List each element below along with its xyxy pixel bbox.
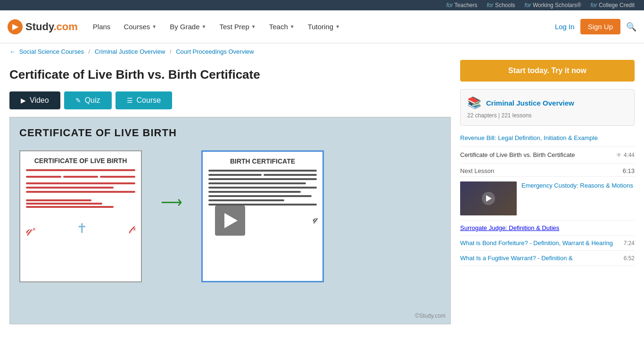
fugitive-link[interactable]: What Is a Fugitive Warrant? - Definition… [460,255,573,262]
fugitive-duration: 6:52 [624,255,635,262]
breadcrumb: ← Social Science Courses / Criminal Just… [0,43,644,60]
bygrade-chevron-icon: ▼ [202,24,206,29]
doc-sig-right: 𝓉ˣ [128,223,135,236]
birth-cert-header: BIRTH CERTIFICATE [208,157,317,165]
video-title-overlay: CERTIFICATE OF LIVE BIRTH [19,127,177,139]
nav-tutoring-label: Tutoring [308,23,333,31]
lesson-link-revenue[interactable]: Revenue Bill: Legal Definition, Initiati… [460,134,598,141]
breadcrumb-court-proceedings[interactable]: Court Proceedings Overview [176,48,254,55]
main-container: Certificate of Live Birth vs. Birth Cert… [0,60,644,334]
lesson-duration-value: 4:44 [624,152,635,158]
bc-line-7 [208,195,312,197]
course-box: 📚 Criminal Justice Overview 22 chapters … [460,89,635,126]
sidebar-lesson-surrogate: Surrogate Judge: Definition & Duties [460,221,635,236]
doc-sig-left: 𝓆ˣ [26,223,35,236]
doc-line-5 [26,191,135,193]
credit-label: College Credit [599,2,635,8]
quiz-tab[interactable]: ✎ Quiz [64,91,112,109]
doc-sig-area [26,199,135,208]
nav-courses[interactable]: Courses ▼ [118,19,162,34]
play-button[interactable] [215,206,245,236]
bc-sig: 𝓆 [313,213,317,224]
doc-line-3 [26,182,135,184]
schools-label: Schools [495,2,515,8]
search-icon[interactable]: 🔍 [626,22,636,32]
for-label-credit: for [591,2,597,8]
thumb-play-icon [486,195,492,202]
breadcrumb-sep-2: / [170,48,172,55]
watermark: ©Study.com [415,313,446,319]
video-tab-icon: ▶ [21,97,26,104]
play-triangle-icon [224,213,238,228]
breadcrumb-sep-1: / [89,48,91,55]
next-lesson-text: Next Lesson [460,167,494,174]
nav-bygrade[interactable]: By Grade ▼ [164,19,212,34]
page-title: Certificate of Live Birth vs. Birth Cert… [9,67,451,82]
course-box-header: 📚 Criminal Justice Overview [467,96,627,109]
course-tab-icon: ☰ [127,97,133,104]
for-label-teachers: for [446,2,453,8]
lesson-item-revenue: Revenue Bill: Legal Definition, Initiati… [460,130,635,147]
course-book-icon: 📚 [467,96,481,109]
course-title-link[interactable]: Criminal Justice Overview [486,99,574,107]
breadcrumb-criminal-justice[interactable]: Criminal Justice Overview [95,48,165,55]
doc-line-4 [26,187,114,189]
bc-line-5 [208,187,317,189]
bc-line-2b [264,174,317,176]
bc-line-4 [208,182,306,184]
nav-teach[interactable]: Teach ▼ [264,19,300,34]
nav-actions: Log In Sign Up 🔍 [555,19,636,34]
nav-courses-label: Courses [124,23,150,31]
current-lesson-label: Certificate of Live Birth vs. Birth Cert… [460,151,575,158]
cta-button[interactable]: Start today. Try it now [460,60,635,82]
sidebar-lesson-bond: What is Bond Forfeiture? - Definition, W… [460,236,635,251]
video-player[interactable]: CERTIFICATE OF LIVE BIRTH CERTIFICATE OF… [9,117,451,324]
nav-teach-label: Teach [269,23,288,31]
bc-line-6 [208,191,301,193]
bc-line-3 [208,178,317,180]
nav-testprep[interactable]: Test Prep ▼ [214,19,261,34]
quiz-tab-label: Quiz [85,96,100,105]
topbar-schools-link[interactable]: for Schools [487,2,515,8]
signup-button[interactable]: Sign Up [580,19,620,34]
surrogate-link[interactable]: Surrogate Judge: Definition & Duties [460,224,559,231]
live-birth-doc: CERTIFICATE OF LIVE BIRTH [19,150,142,282]
for-label-schools: for [487,2,494,8]
course-tab-label: Course [137,96,161,105]
bond-link[interactable]: What is Bond Forfeiture? - Definition, W… [460,239,613,247]
nav-tutoring[interactable]: Tutoring ▼ [302,19,346,34]
doc-footer: 𝓆ˣ ✝ 𝓉ˣ [26,219,135,236]
logo-link[interactable]: ▶ Study.com [8,19,78,34]
login-button[interactable]: Log In [555,23,575,31]
video-tab-label: Video [30,96,49,105]
scholars-label: Working Scholars® [533,2,581,8]
doc-emblem: ✝ [76,221,87,236]
course-tab[interactable]: ☰ Course [116,91,173,109]
nav-plans[interactable]: Plans [87,19,116,34]
tab-bar: ▶ Video ✎ Quiz ☰ Course [9,91,451,109]
doc-sig-line-2 [26,203,102,205]
nav-plans-label: Plans [93,23,111,31]
next-lesson-title[interactable]: Emergency Custody: Reasons & Motions [521,182,633,189]
next-lesson-thumbnail[interactable] [460,181,517,215]
doc-line-2c [100,176,135,178]
lesson-duration: 👁 4:44 [616,152,635,158]
topbar-credit-link[interactable]: for College Credit [591,2,635,8]
doc-sig-line-3 [26,206,114,208]
quiz-tab-icon: ✎ [75,97,81,104]
content-area: Certificate of Live Birth vs. Birth Cert… [9,60,451,324]
video-tab[interactable]: ▶ Video [9,91,60,109]
course-meta: 22 chapters | 221 lessons [467,112,627,119]
testprep-chevron-icon: ▼ [251,24,256,29]
next-lesson-thumb: Emergency Custody: Reasons & Motions [460,177,635,221]
bond-duration: 7:24 [624,240,635,247]
courses-chevron-icon: ▼ [152,24,157,29]
bc-line-8 [208,199,284,201]
breadcrumb-social-science[interactable]: Social Science Courses [19,48,84,55]
video-content: CERTIFICATE OF LIVE BIRTH CERTIFICATE OF… [10,117,450,324]
topbar-scholars-link[interactable]: for Working Scholars® [525,2,581,8]
topbar-teachers-link[interactable]: for Teachers [446,2,478,8]
live-birth-doc-header: CERTIFICATE OF LIVE BIRTH [26,157,135,165]
thumb-play-button[interactable] [482,192,495,205]
bc-line-1 [208,170,317,172]
